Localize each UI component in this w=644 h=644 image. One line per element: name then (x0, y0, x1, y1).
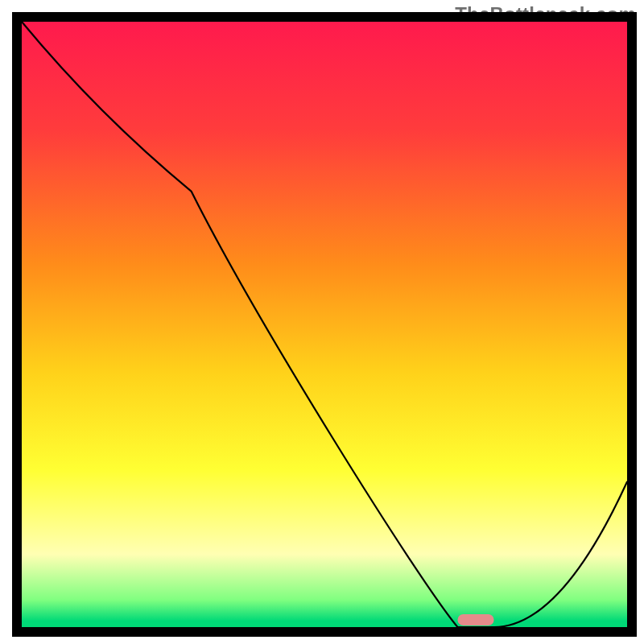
chart-stage: TheBottleneck.com (0, 0, 644, 644)
bottleneck-chart (0, 0, 644, 644)
plot-background (22, 22, 627, 627)
optimal-zone-marker (457, 614, 493, 625)
